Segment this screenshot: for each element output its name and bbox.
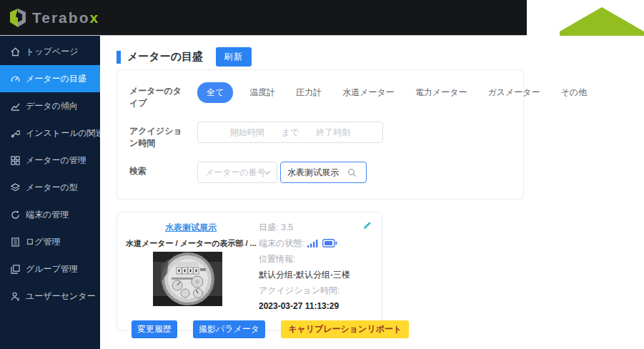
- shooting-parameters-button[interactable]: 撮影パラメータ: [193, 320, 265, 338]
- logo-text: Terabox: [32, 9, 99, 26]
- edit-pen-icon[interactable]: [362, 221, 372, 230]
- terabox-cube-icon: [10, 8, 27, 28]
- acquisition-time-label: アクイジション時間: [129, 122, 197, 149]
- search-type-select[interactable]: メーターの番号: [197, 162, 277, 183]
- meter-type-tab-pressure[interactable]: 圧力計: [296, 87, 322, 99]
- meter-type-tabs: 全て 温度計 圧力計 水道メーター 電力メーター ガスメーター その他: [197, 82, 587, 103]
- card-acquisition-time-value: 2023-03-27 11:13:29: [259, 301, 339, 311]
- search-icon[interactable]: [347, 168, 357, 177]
- main-content: メーターの目盛 刷新 メーターのタイプ 全て 温度計 圧力計 水道メーター 電力…: [100, 36, 644, 349]
- location-value-row: 默认分组-默认分组-三楼: [259, 267, 373, 282]
- refresh-button[interactable]: 刷新: [216, 47, 252, 67]
- top-bar: Terabox: [0, 0, 527, 36]
- page-title: メーターの目盛: [127, 50, 203, 64]
- sidebar-item-data-trend[interactable]: データの傾向: [0, 92, 100, 119]
- sidebar-item-group-management[interactable]: グループ管理: [0, 255, 100, 282]
- search-row: 検索 メーターの番号: [129, 162, 523, 183]
- acquisition-time-row: アクイジション時間 開始時間 まで 終了時刻: [129, 122, 523, 149]
- search-label: 検索: [129, 162, 197, 177]
- sidebar-item-meter-scale[interactable]: メーターの目盛: [0, 65, 100, 92]
- scale-label: 目盛:: [259, 222, 278, 234]
- location-label-row: 位置情報:: [259, 251, 373, 267]
- install-icon: [11, 129, 20, 138]
- battery-icon: [322, 239, 337, 247]
- meter-card-body: 水表测试展示 水道メーター / メーターの表示部 / ...: [126, 220, 373, 314]
- user-icon: [11, 292, 20, 301]
- acquisition-value-row: 2023-03-27 11:13:29: [259, 298, 373, 314]
- location-label: 位置情報:: [259, 253, 295, 265]
- terabox-logo[interactable]: Terabox: [10, 8, 99, 28]
- app-window: Terabox トップページ メーターの目盛 データの傾向 インストールの関連.…: [0, 0, 644, 349]
- search-input-wrapper: [280, 162, 367, 183]
- range-end-placeholder[interactable]: 終了時刻: [316, 127, 350, 139]
- meter-type-row: メーターのタイプ 全て 温度計 圧力計 水道メーター 電力メーター ガスメーター…: [129, 82, 523, 109]
- layers-icon: [11, 183, 20, 192]
- meter-type-tab-thermometer[interactable]: 温度計: [249, 87, 275, 99]
- meter-subtitle: 水道メーター / メーターの表示部 / ...: [126, 238, 256, 249]
- sidebar-item-meter-type[interactable]: メーターの型: [0, 174, 100, 201]
- chevron-down-icon: [264, 170, 271, 175]
- meter-card-actions: 変更履歴 撮影パラメータ キャリブレーションリポート: [126, 320, 373, 338]
- log-icon: [11, 237, 20, 247]
- meter-type-tab-gas[interactable]: ガスメーター: [487, 87, 540, 99]
- sidebar-item-install-related[interactable]: インストールの関連...: [0, 119, 100, 147]
- calibration-report-button[interactable]: キャリブレーションリポート: [281, 320, 409, 338]
- meter-type-label: メーターのタイプ: [129, 82, 197, 109]
- meter-title-link[interactable]: 水表测试展示: [126, 222, 256, 234]
- gauge-icon: [11, 74, 20, 84]
- sidebar: トップページ メーターの目盛 データの傾向 インストールの関連... メーターの…: [0, 36, 100, 349]
- filter-panel: メーターのタイプ 全て 温度計 圧力計 水道メーター 電力メーター ガスメーター…: [117, 69, 524, 200]
- meter-type-tab-electric[interactable]: 電力メーター: [415, 87, 467, 99]
- sidebar-item-terminal-management[interactable]: 端末の管理: [0, 201, 100, 228]
- acquisition-label-row: アクイジション時間:: [259, 282, 373, 298]
- home-icon: [11, 47, 20, 56]
- signal-bars-icon: [307, 239, 319, 247]
- search-input[interactable]: [287, 167, 347, 177]
- trend-icon: [11, 102, 20, 111]
- sidebar-item-user-center[interactable]: ユーザーセンター: [0, 282, 100, 310]
- device-icon: [11, 210, 20, 220]
- page-header: メーターの目盛 刷新: [117, 47, 252, 67]
- meter-card-details: 目盛: 3.5 端末の状態:: [256, 220, 373, 314]
- scale-row: 目盛: 3.5: [259, 220, 373, 235]
- location-value: 默认分组-默认分组-三楼: [259, 269, 350, 281]
- sidebar-item-meter-management[interactable]: メーターの管理: [0, 147, 100, 174]
- grid-icon: [11, 156, 20, 165]
- terminal-status-row: 端末の状態:: [259, 235, 373, 251]
- meter-type-tab-other[interactable]: その他: [561, 87, 588, 99]
- terminal-status-label: 端末の状態:: [259, 237, 304, 250]
- search-type-selected-value: メーターの番号: [205, 167, 264, 179]
- meter-card-left: 水表测试展示 水道メーター / メーターの表示部 / ...: [126, 220, 256, 314]
- meter-type-tab-all[interactable]: 全て: [197, 82, 233, 103]
- sidebar-item-log-management[interactable]: ログ管理: [0, 228, 100, 255]
- meter-card: 水表测试展示 水道メーター / メーターの表示部 / ...: [117, 212, 382, 330]
- range-separator: まで: [282, 127, 299, 139]
- card-acquisition-time-label: アクイジション時間:: [259, 285, 340, 297]
- acquisition-time-range-picker[interactable]: 開始時間 まで 終了時刻: [197, 122, 383, 143]
- group-icon: [11, 265, 20, 274]
- meter-type-tab-water[interactable]: 水道メーター: [342, 87, 395, 99]
- change-history-button[interactable]: 変更履歴: [132, 320, 177, 338]
- scale-value: 3.5: [281, 222, 293, 232]
- title-accent-bar: [117, 51, 121, 64]
- meter-photo[interactable]: [153, 252, 222, 306]
- sidebar-item-top-page[interactable]: トップページ: [0, 38, 100, 65]
- range-start-placeholder[interactable]: 開始時間: [230, 127, 264, 139]
